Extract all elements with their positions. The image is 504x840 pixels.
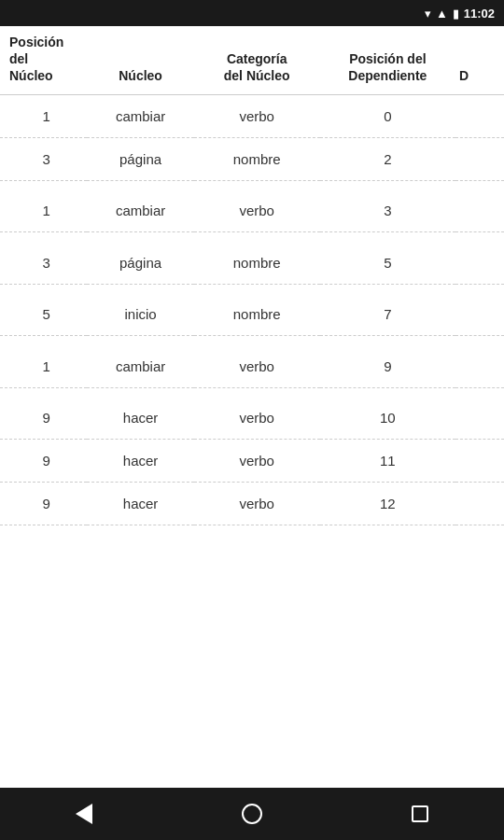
cell-categoria: verbo bbox=[194, 189, 320, 232]
navigation-bar bbox=[0, 788, 504, 840]
home-button[interactable] bbox=[233, 795, 271, 833]
table-row bbox=[0, 387, 504, 397]
cell-nucleo: inicio bbox=[87, 293, 193, 336]
table-row bbox=[0, 336, 504, 345]
data-table: PosicióndelNúcleo Núcleo Categoríadel Nú… bbox=[0, 26, 504, 525]
table-row: 3 página nombre 2 bbox=[0, 137, 504, 180]
cell-categoria: verbo bbox=[194, 94, 320, 137]
cell-categoria: nombre bbox=[194, 293, 320, 336]
cell-posicion: 9 bbox=[0, 397, 87, 440]
table-row bbox=[0, 232, 504, 242]
recents-button[interactable] bbox=[401, 795, 439, 833]
cell-nucleo: página bbox=[87, 137, 193, 180]
cell-dependiente: 9 bbox=[320, 345, 455, 388]
cell-posicion: 1 bbox=[0, 94, 87, 137]
cell-nucleo: cambiar bbox=[87, 94, 193, 137]
table-row: 1 cambiar verbo 3 bbox=[0, 189, 504, 232]
cell-categoria: verbo bbox=[194, 483, 320, 525]
cell-d bbox=[455, 94, 504, 137]
wifi-icon: ▾ bbox=[425, 7, 431, 21]
cell-nucleo: página bbox=[87, 242, 193, 285]
cell-nucleo: hacer bbox=[87, 440, 193, 483]
cell-categoria: verbo bbox=[194, 397, 320, 440]
signal-icon: ▲ bbox=[436, 7, 448, 21]
cell-nucleo: hacer bbox=[87, 397, 193, 440]
battery-icon: ▮ bbox=[453, 7, 459, 21]
cell-dependiente: 0 bbox=[320, 94, 455, 137]
table-row: 9 hacer verbo 11 bbox=[0, 440, 504, 483]
cell-dependiente: 5 bbox=[320, 242, 455, 285]
cell-categoria: nombre bbox=[194, 242, 320, 285]
col-header-posicion: PosicióndelNúcleo bbox=[0, 26, 87, 94]
cell-dependiente: 11 bbox=[320, 440, 455, 483]
col-header-d: D bbox=[455, 26, 504, 94]
cell-d bbox=[455, 483, 504, 525]
table-row bbox=[0, 180, 504, 189]
col-header-categoria: Categoríadel Núcleo bbox=[194, 26, 320, 94]
cell-dependiente: 12 bbox=[320, 483, 455, 525]
cell-posicion: 5 bbox=[0, 293, 87, 336]
table-row: 9 hacer verbo 10 bbox=[0, 397, 504, 440]
col-header-nucleo: Núcleo bbox=[87, 26, 193, 94]
table-row: 1 cambiar verbo 0 bbox=[0, 94, 504, 137]
cell-nucleo: cambiar bbox=[87, 189, 193, 232]
recents-icon bbox=[412, 805, 428, 822]
home-icon bbox=[242, 804, 262, 824]
cell-posicion: 3 bbox=[0, 137, 87, 180]
table-container: PosicióndelNúcleo Núcleo Categoríadel Nú… bbox=[0, 26, 504, 788]
cell-d bbox=[455, 293, 504, 336]
cell-d bbox=[455, 242, 504, 285]
back-button[interactable] bbox=[65, 795, 103, 833]
table-row: 1 cambiar verbo 9 bbox=[0, 345, 504, 388]
status-bar: ▾ ▲ ▮ 11:02 bbox=[0, 0, 504, 26]
cell-nucleo: hacer bbox=[87, 483, 193, 525]
back-icon bbox=[76, 804, 92, 824]
cell-d bbox=[455, 189, 504, 232]
cell-dependiente: 3 bbox=[320, 189, 455, 232]
cell-categoria: verbo bbox=[194, 440, 320, 483]
cell-nucleo: cambiar bbox=[87, 345, 193, 388]
cell-d bbox=[455, 397, 504, 440]
cell-d bbox=[455, 137, 504, 180]
cell-posicion: 3 bbox=[0, 242, 87, 285]
cell-posicion: 9 bbox=[0, 440, 87, 483]
cell-d bbox=[455, 440, 504, 483]
table-header-row: PosicióndelNúcleo Núcleo Categoríadel Nú… bbox=[0, 26, 504, 94]
cell-posicion: 1 bbox=[0, 345, 87, 388]
table-row: 5 inicio nombre 7 bbox=[0, 293, 504, 336]
col-header-dependiente: Posición delDependiente bbox=[320, 26, 455, 94]
cell-posicion: 9 bbox=[0, 483, 87, 525]
table-row: 9 hacer verbo 12 bbox=[0, 483, 504, 525]
table-row: 3 página nombre 5 bbox=[0, 242, 504, 285]
table-row bbox=[0, 284, 504, 293]
cell-dependiente: 10 bbox=[320, 397, 455, 440]
cell-dependiente: 7 bbox=[320, 293, 455, 336]
status-time: 11:02 bbox=[464, 7, 495, 21]
cell-posicion: 1 bbox=[0, 189, 87, 232]
status-icons: ▾ ▲ ▮ 11:02 bbox=[425, 7, 495, 21]
cell-d bbox=[455, 345, 504, 388]
cell-dependiente: 2 bbox=[320, 137, 455, 180]
cell-categoria: verbo bbox=[194, 345, 320, 388]
cell-categoria: nombre bbox=[194, 137, 320, 180]
